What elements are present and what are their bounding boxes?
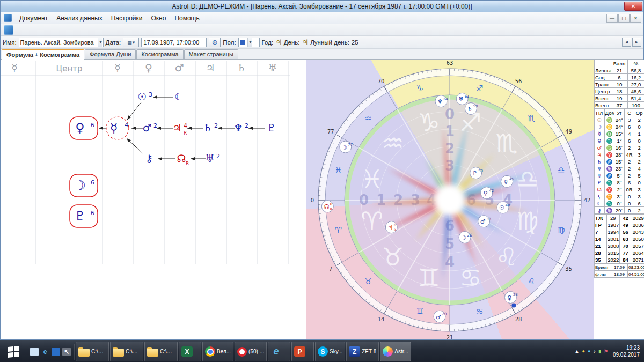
close-button[interactable]: ✕ — [624, 2, 642, 11]
taskbar-app-C:\U...[interactable]: C:\U... — [110, 342, 143, 361]
start-button[interactable] — [1, 341, 26, 362]
tray-expand[interactable]: ▲ — [575, 349, 580, 354]
planet-table-row: ☿♎15°41 — [595, 130, 644, 137]
formula-node-venus-center[interactable]: ♀6 — [70, 117, 98, 139]
planet-jupiter[interactable]: ♃6R — [385, 221, 397, 233]
svg-text:77: 77 — [348, 143, 353, 147]
ring-number: 1 — [445, 123, 455, 139]
cell: 29 — [607, 215, 619, 221]
formula-node-chiron[interactable]: ⚷ — [145, 152, 153, 164]
date-input[interactable]: 17.09.1987, 17:00:00 — [141, 38, 207, 47]
tray-app-yellow[interactable]: ● — [582, 349, 585, 354]
mdi-restore-button[interactable]: ▢ — [618, 14, 630, 23]
sex-select[interactable]: ▾ — [238, 38, 260, 47]
pointer-tool[interactable]: ↖ — [62, 348, 71, 356]
cell: 2001 — [607, 235, 619, 242]
formula-node-north-node[interactable]: ☊R — [177, 152, 189, 166]
planet-mars-2[interactable]: ♂20 — [434, 311, 447, 322]
svg-text:♀: ♀ — [484, 190, 488, 197]
network[interactable]: ▮ — [598, 349, 601, 354]
cell: 1994 — [607, 228, 619, 235]
formula-node-selena[interactable]: ☾ — [174, 91, 184, 102]
formula-node-sun[interactable]: ☉3 — [137, 91, 152, 102]
taskbar-app-ppt[interactable]: P — [291, 342, 314, 361]
formula-node-pluto-center[interactable]: ♇6 — [70, 205, 98, 227]
taskbar-app-Sky...[interactable]: SSky... — [315, 342, 345, 361]
svg-text:☽: ☽ — [342, 144, 347, 151]
ring-number: 1 — [376, 192, 386, 208]
menu-item-0[interactable]: Документ — [15, 13, 52, 23]
formula-node-jupiter[interactable]: ♃4R — [172, 122, 187, 136]
cell: 70 — [619, 242, 632, 249]
formula-node-uranus[interactable]: ♅2 — [205, 152, 220, 164]
tab-2[interactable]: Космограмма — [136, 49, 183, 59]
cell: ♀ — [595, 137, 605, 144]
cell: 5° — [614, 172, 625, 179]
tray-app-blue[interactable]: ● — [588, 349, 590, 354]
cell: 49 — [619, 221, 632, 228]
cell: 35 — [595, 256, 607, 263]
taskbar-clock[interactable]: 19:23 09.02.2017 — [611, 345, 640, 358]
menu-item-4[interactable]: Помощь — [170, 13, 203, 23]
mdi-close-button[interactable]: ✕ — [630, 14, 641, 23]
cell: 2029 — [632, 215, 644, 221]
planet-table-row: ♅♐5°25 — [595, 172, 644, 179]
taskbar-app-excel[interactable]: X — [179, 342, 201, 361]
cell: 1 — [634, 130, 644, 137]
score-table-row: Внеш1951,4 — [595, 95, 644, 102]
prev-button[interactable]: ◄ — [622, 38, 631, 47]
formula-node-moon-center[interactable]: ☽6 — [70, 174, 98, 197]
formula-node-neptune[interactable]: ♆2 — [233, 122, 248, 134]
planet-venus-2[interactable]: ♀28 — [504, 291, 517, 307]
cell: 4R — [624, 151, 634, 158]
volume[interactable]: ♪ — [593, 349, 596, 354]
formula-node-pluto[interactable]: ♇ — [267, 122, 276, 134]
cell: 51,4 — [628, 95, 644, 102]
taskbar-app-C:\U...[interactable]: C:\U... — [144, 342, 178, 361]
tab-0[interactable]: Формула + Космограмма — [2, 49, 84, 60]
tab-3[interactable]: Макет страницы — [184, 49, 238, 59]
name-value: Парень. Аксай. Зомбирова — [20, 39, 94, 46]
next-button[interactable]: ► — [632, 38, 641, 47]
ppt-icon: P — [294, 346, 305, 357]
calendar-button[interactable]: ▦ ▾ — [123, 38, 139, 47]
taskbar-app-Astr...[interactable]: Astr... — [380, 342, 411, 361]
cell: 23° — [614, 165, 625, 172]
svg-text:♇: ♇ — [472, 170, 478, 177]
taskbar-app-C:\U...[interactable]: C:\U... — [76, 342, 109, 361]
taskbar-app-Вел...[interactable]: Вел... — [202, 342, 233, 361]
cell: Всего — [595, 102, 611, 109]
cell: 2° — [614, 186, 625, 193]
formula-node-mercury-focus[interactable]: ☿4 — [106, 117, 129, 139]
internet-explorer[interactable]: e — [41, 348, 49, 356]
taskbar-app-(50) ...[interactable]: (50) ... — [235, 342, 267, 361]
formula-node-saturn[interactable]: ♄2 — [203, 122, 218, 134]
cell: 2015 — [607, 249, 619, 256]
planet-moon[interactable]: ☽77 — [340, 141, 353, 153]
formula-tool-icon[interactable] — [4, 25, 13, 35]
watermark-♍: ♍ — [516, 206, 538, 235]
taskbar-app-ie[interactable]: e — [268, 342, 290, 361]
svg-text:☿: ☿ — [110, 121, 118, 136]
taskbar-app-ZET 8[interactable]: ZZET 8 — [346, 342, 379, 361]
mdi-minimize-button[interactable]: — — [606, 14, 618, 23]
menu-item-1[interactable]: Анализ данных — [52, 13, 106, 23]
tab-1[interactable]: Формула Души — [85, 49, 136, 59]
cell: 15° — [614, 158, 625, 165]
svg-text:0: 0 — [330, 202, 332, 206]
chevron-down-icon: ▾ — [98, 38, 102, 47]
flag[interactable]: ⚑ — [604, 349, 608, 354]
cell: 3° — [614, 193, 625, 200]
name-select[interactable]: Парень. Аксай. Зомбирова ▾ — [19, 38, 104, 47]
show-desktop[interactable] — [30, 348, 39, 356]
cell: 16° — [614, 144, 625, 151]
svg-text:♃: ♃ — [387, 224, 393, 231]
menu-item-2[interactable]: Настройки — [107, 13, 147, 23]
globe-button[interactable]: ⊕ — [209, 38, 221, 47]
browser[interactable] — [52, 348, 60, 356]
formula-node-mars[interactable]: ♂2 — [142, 122, 157, 134]
cell: ♄ — [595, 158, 605, 165]
menu-item-3[interactable]: Окно — [147, 13, 170, 23]
planet-north-node[interactable]: ☊0R — [321, 201, 333, 212]
zodiac-♍: ♍ — [558, 225, 565, 235]
